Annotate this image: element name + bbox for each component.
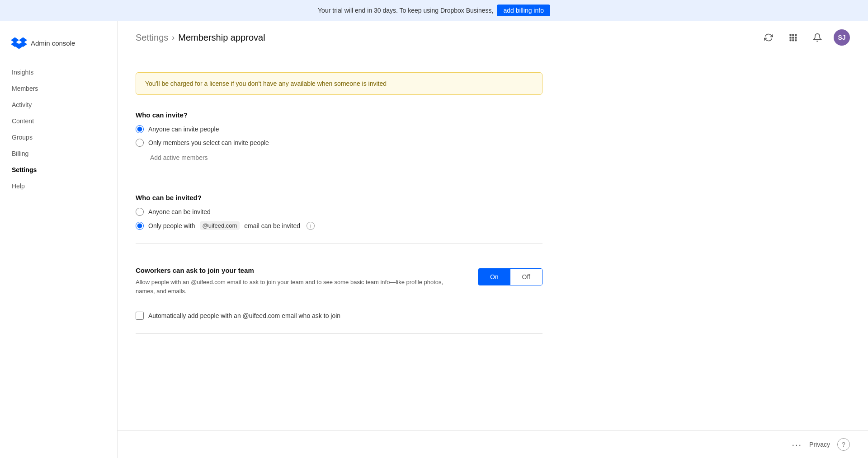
add-members-input[interactable] xyxy=(148,150,365,166)
svg-rect-11 xyxy=(790,39,792,41)
svg-rect-6 xyxy=(792,34,794,36)
only-email-label: Only people with xyxy=(148,222,195,229)
auto-add-checkbox-row: Automatically add people with an @uifeed… xyxy=(136,312,542,320)
only-email-option[interactable]: Only people with @uifeed.com email can b… xyxy=(136,221,542,230)
anyone-be-invited-option[interactable]: Anyone can be invited xyxy=(136,208,542,216)
who-can-be-invited-title: Who can be invited? xyxy=(136,194,542,201)
divider-2 xyxy=(136,243,542,244)
admin-console-label: Admin console xyxy=(31,39,75,47)
who-can-invite-options: Anyone can invite people Only members yo… xyxy=(136,125,542,147)
svg-rect-5 xyxy=(790,34,792,36)
sidebar-item-help[interactable]: Help xyxy=(5,178,112,194)
auto-add-label[interactable]: Automatically add people with an @uifeed… xyxy=(148,312,340,319)
dropbox-logo[interactable]: Admin console xyxy=(11,35,106,51)
header-bar: Settings › Membership approval xyxy=(118,21,868,54)
email-badge: @uifeed.com xyxy=(200,221,240,230)
svg-rect-10 xyxy=(795,37,797,38)
anyone-be-invited-radio[interactable] xyxy=(136,208,144,216)
breadcrumb: Settings › Membership approval xyxy=(136,33,265,43)
footer-help-button[interactable]: ? xyxy=(837,438,850,451)
divider-1 xyxy=(136,180,542,180)
svg-rect-7 xyxy=(795,34,797,36)
page-content: You'll be charged for a license if you d… xyxy=(118,54,561,365)
who-can-be-invited-section: Who can be invited? Anyone can be invite… xyxy=(136,194,542,230)
toggle-off-button[interactable]: Off xyxy=(510,269,542,285)
sidebar-item-groups[interactable]: Groups xyxy=(5,130,112,145)
add-billing-button[interactable]: add billing info xyxy=(497,5,550,16)
breadcrumb-current: Membership approval xyxy=(178,33,265,43)
footer: ··· Privacy ? xyxy=(118,430,868,458)
header-actions: SJ xyxy=(760,29,850,46)
breadcrumb-arrow: › xyxy=(172,33,175,42)
avatar[interactable]: SJ xyxy=(834,29,850,46)
warning-box: You'll be charged for a license if you d… xyxy=(136,72,542,95)
only-email-radio[interactable] xyxy=(136,222,144,230)
coworkers-description: Allow people with an @uifeed.com email t… xyxy=(136,278,452,295)
svg-rect-9 xyxy=(792,37,794,38)
who-can-be-invited-options: Anyone can be invited Only people with @… xyxy=(136,208,542,230)
notifications-button[interactable] xyxy=(809,29,826,46)
auto-add-checkbox[interactable] xyxy=(136,312,144,320)
warning-text: You'll be charged for a license if you d… xyxy=(145,80,387,87)
toggle-on-button[interactable]: On xyxy=(478,269,510,285)
content-area: Settings › Membership approval xyxy=(118,21,868,458)
apps-button[interactable] xyxy=(785,29,801,46)
sidebar-item-billing[interactable]: Billing xyxy=(5,146,112,161)
only-members-invite-label: Only members you select can invite peopl… xyxy=(148,139,269,146)
trial-banner: Your trial will end in 30 days. To keep … xyxy=(0,0,868,21)
coworkers-text: Coworkers can ask to join your team Allo… xyxy=(136,266,452,295)
svg-rect-12 xyxy=(792,39,794,41)
trial-banner-text: Your trial will end in 30 days. To keep … xyxy=(318,7,493,14)
only-email-suffix: email can be invited xyxy=(244,222,300,229)
sidebar-item-content[interactable]: Content xyxy=(5,113,112,129)
footer-privacy-link[interactable]: Privacy xyxy=(809,441,830,448)
refresh-button[interactable] xyxy=(760,29,777,46)
anyone-be-invited-label: Anyone can be invited xyxy=(148,208,211,215)
sidebar: Admin console Insights Members Activity … xyxy=(0,21,118,458)
apps-icon xyxy=(788,33,797,42)
who-can-invite-section: Who can invite? Anyone can invite people… xyxy=(136,111,542,166)
coworkers-toggle: On Off xyxy=(478,268,542,285)
footer-dots[interactable]: ··· xyxy=(792,439,802,450)
sidebar-item-members[interactable]: Members xyxy=(5,81,112,96)
only-members-invite-radio[interactable] xyxy=(136,139,144,147)
svg-rect-13 xyxy=(795,39,797,41)
anyone-invite-label: Anyone can invite people xyxy=(148,126,219,133)
info-icon[interactable]: i xyxy=(307,222,315,230)
svg-rect-8 xyxy=(790,37,792,38)
dropbox-icon xyxy=(11,35,27,51)
sidebar-item-settings[interactable]: Settings xyxy=(5,162,112,178)
bell-icon xyxy=(813,33,822,42)
divider-3 xyxy=(136,333,542,334)
sidebar-navigation: Insights Members Activity Content Groups… xyxy=(0,65,117,194)
anyone-invite-radio[interactable] xyxy=(136,125,144,133)
anyone-invite-option[interactable]: Anyone can invite people xyxy=(136,125,542,133)
sidebar-item-activity[interactable]: Activity xyxy=(5,97,112,112)
coworkers-section: Coworkers can ask to join your team Allo… xyxy=(136,257,542,304)
breadcrumb-parent: Settings xyxy=(136,33,168,43)
sidebar-item-insights[interactable]: Insights xyxy=(5,65,112,80)
coworkers-title: Coworkers can ask to join your team xyxy=(136,266,452,274)
sidebar-logo: Admin console xyxy=(0,30,117,65)
refresh-icon xyxy=(764,33,773,42)
who-can-invite-title: Who can invite? xyxy=(136,111,542,119)
only-members-invite-option[interactable]: Only members you select can invite peopl… xyxy=(136,139,542,147)
